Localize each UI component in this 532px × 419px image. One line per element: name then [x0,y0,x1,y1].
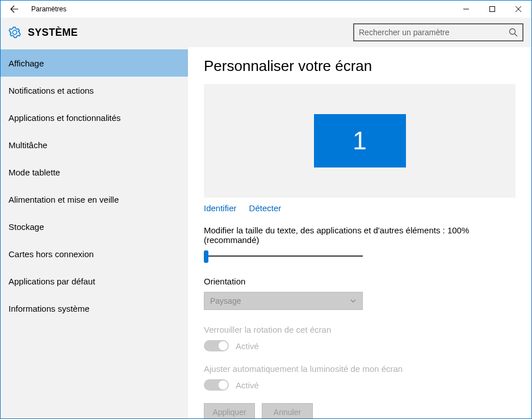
lock-rotation-state: Activé [236,341,259,351]
sidebar-item-label: Stockage [9,222,44,232]
action-buttons: Appliquer Annuler [204,403,516,418]
display-preview[interactable]: 1 [204,84,516,198]
sidebar-item-label: Applications et fonctionnalités [9,113,121,123]
search-icon [509,28,518,37]
scale-label: Modifier la taille du texte, des applica… [204,225,516,245]
sidebar-item-label: Mode tablette [9,167,60,177]
close-button[interactable] [505,1,531,18]
sidebar-item-label: Alimentation et mise en veille [9,195,119,204]
detect-link[interactable]: Détecter [249,203,282,213]
apply-label: Appliquer [212,408,246,417]
lock-rotation-label: Verrouiller la rotation de cet écran [204,325,516,334]
arrow-left-icon [10,5,19,14]
toggle-knob [219,380,228,389]
minimize-button[interactable] [453,1,479,18]
sidebar-item-label: Affichage [9,58,44,68]
sidebar-item-tablette[interactable]: Mode tablette [1,158,188,186]
orientation-dropdown[interactable]: Paysage [204,292,363,310]
sidebar-item-label: Applications par défaut [9,276,95,286]
titlebar: Paramètres [1,1,531,18]
sidebar-item-alimentation[interactable]: Alimentation et mise en veille [1,186,188,213]
sidebar-item-stockage[interactable]: Stockage [1,213,188,240]
sidebar-item-label: Multitâche [9,140,47,150]
sidebar-item-apps-defaut[interactable]: Applications par défaut [1,267,188,295]
sidebar-item-infos[interactable]: Informations système [1,295,188,322]
category-title: SYSTÈME [28,27,78,39]
page-header: SYSTÈME [1,18,531,47]
settings-window: Paramètres SYSTÈME Affichage No [0,0,532,419]
monitor-number: 1 [353,127,366,155]
lock-rotation-toggle[interactable] [204,340,229,351]
display-links: Identifier Détecter [204,203,516,213]
cancel-label: Annuler [274,408,301,417]
content-pane: Personnaliser votre écran 1 Identifier D… [188,47,531,418]
auto-brightness-row: Activé [204,379,516,391]
sidebar-item-label: Notifications et actions [9,86,94,95]
sidebar-item-label: Cartes hors connexion [9,249,94,259]
close-icon [516,6,521,12]
svg-rect-0 [490,7,495,12]
sidebar-item-cartes[interactable]: Cartes hors connexion [1,240,188,267]
cancel-button[interactable]: Annuler [262,403,313,418]
slider-thumb[interactable] [204,250,208,263]
lock-rotation-row: Activé [204,340,516,351]
auto-brightness-state: Activé [236,380,259,390]
search-box[interactable] [353,23,523,41]
toggle-knob [219,341,228,350]
back-button[interactable] [1,1,28,18]
sidebar-item-apps-features[interactable]: Applications et fonctionnalités [1,104,188,131]
sidebar: Affichage Notifications et actions Appli… [1,47,188,418]
gear-icon [9,26,21,39]
sidebar-item-affichage[interactable]: Affichage [1,49,188,77]
scale-slider[interactable] [204,250,363,262]
maximize-button[interactable] [479,1,505,18]
identify-link[interactable]: Identifier [204,203,237,213]
minimize-icon [463,6,469,12]
apply-button[interactable]: Appliquer [204,403,255,418]
window-title: Paramètres [28,5,66,13]
orientation-label: Orientation [204,276,516,286]
page-title: Personnaliser votre écran [204,57,516,75]
sidebar-item-notifications[interactable]: Notifications et actions [1,77,188,104]
orientation-value: Paysage [210,296,241,305]
auto-brightness-label: Ajuster automatiquement la luminosité de… [204,364,516,374]
sidebar-item-label: Informations système [9,304,90,313]
body: Affichage Notifications et actions Appli… [1,47,531,418]
svg-point-1 [510,29,516,35]
chevron-down-icon [350,298,357,304]
sidebar-item-multitache[interactable]: Multitâche [1,131,188,158]
auto-brightness-toggle[interactable] [204,379,229,391]
maximize-icon [489,6,495,12]
slider-track [204,255,363,257]
monitor-tile[interactable]: 1 [314,114,406,167]
search-input[interactable] [359,28,509,37]
